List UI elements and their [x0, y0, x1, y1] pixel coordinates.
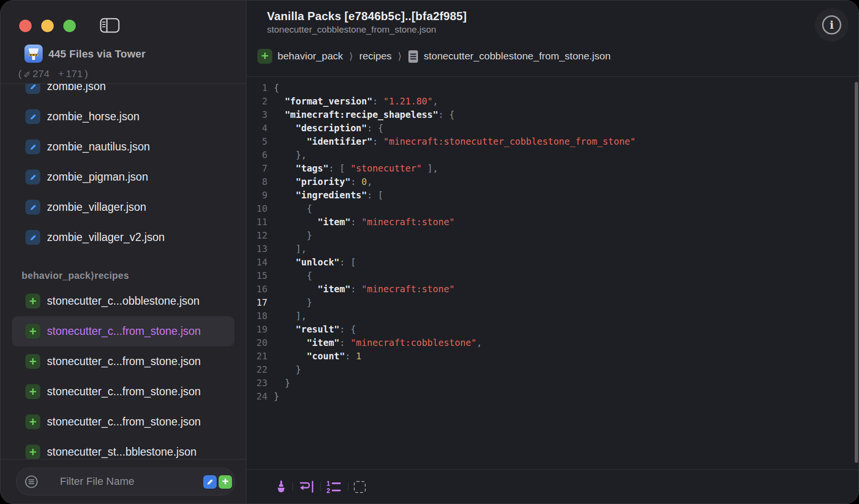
code-line: 1{ — [246, 81, 859, 94]
line-number: 3 — [246, 109, 267, 120]
file-row[interactable]: +stonecutter_c...from_stone.json — [12, 377, 234, 407]
code-text: "ingredients": [ — [274, 190, 383, 200]
line-number: 23 — [246, 378, 267, 388]
sidebar-section-header: behavior_pack⟩recipes — [0, 265, 246, 286]
breadcrumb-subfolder[interactable]: recipes — [359, 50, 392, 62]
added-plus-icon: + — [25, 294, 40, 309]
code-line: 9 "ingredients": [ — [246, 188, 859, 202]
document-icon — [408, 49, 418, 63]
added-plus-icon: + — [25, 324, 40, 339]
zoom-window-button[interactable] — [63, 20, 76, 32]
line-number: 21 — [246, 351, 267, 361]
sidebar-toggle-icon[interactable] — [100, 18, 120, 33]
file-name: zombie_nautilus.json — [47, 140, 150, 153]
file-row[interactable]: +stonecutter_c...from_stone.json — [12, 407, 234, 437]
line-number: 24 — [246, 391, 267, 401]
filter-file-name-input[interactable] — [59, 468, 198, 495]
code-line: 18 ], — [246, 309, 859, 322]
filter-icon — [24, 475, 38, 491]
info-icon: i — [822, 15, 841, 34]
plus-icon: + — [222, 476, 229, 487]
line-number: 5 — [246, 136, 267, 147]
breadcrumb-divider — [246, 76, 859, 77]
file-name: zombie_pigman.json — [47, 171, 148, 183]
file-name: stonecutter_c...from_stone.json — [47, 385, 201, 398]
code-line: 20 "item": "minecraft:cobblestone", — [246, 336, 859, 349]
line-number: 11 — [246, 217, 267, 227]
toolbar-separator — [292, 482, 293, 491]
breadcrumb-folder[interactable]: behavior_pack — [278, 50, 343, 62]
modified-count-icon: ✎ — [23, 69, 31, 79]
code-text: { — [274, 82, 279, 93]
modified-count: 274 — [33, 68, 49, 80]
added-count-icon: + — [58, 68, 64, 80]
line-numbers-icon[interactable]: 1 2 — [326, 480, 343, 494]
code-text: "tags": [ "stonecutter" ], — [274, 163, 438, 173]
file-row[interactable]: +stonecutter_st...bblestone.json — [12, 437, 234, 459]
show-modified-files-button[interactable] — [203, 475, 217, 489]
file-row[interactable]: zombie_villager_v2.json — [12, 222, 234, 252]
line-number: 4 — [246, 123, 267, 133]
line-number: 17 — [246, 297, 267, 308]
added-status-icon: + — [257, 49, 272, 64]
minimize-window-button[interactable] — [41, 20, 54, 32]
app-window: 445 Files via Tower (✎274+171) zombie.js… — [0, 0, 859, 504]
file-row[interactable]: +stonecutter_c...obblestone.json — [12, 286, 234, 316]
selection-whitespace-icon[interactable] — [354, 481, 366, 493]
vertical-scrollbar[interactable] — [855, 82, 858, 463]
code-text: "count": 1 — [274, 351, 361, 361]
code-text: } — [274, 391, 279, 401]
modified-pencil-icon — [25, 139, 40, 154]
file-row[interactable]: zombie_villager.json — [12, 192, 234, 222]
modified-pencil-icon — [25, 170, 40, 184]
line-number: 14 — [246, 257, 267, 267]
line-number: 16 — [246, 284, 267, 294]
code-text: "result": { — [274, 324, 356, 334]
file-name: zombie.json — [47, 84, 106, 93]
code-text: "unlock": [ — [274, 257, 356, 267]
file-name: stonecutter_c...from_stone.json — [47, 325, 201, 338]
code-text: } — [274, 230, 312, 241]
line-number: 6 — [246, 149, 267, 160]
file-name: stonecutter_c...from_stone.json — [47, 355, 201, 368]
syntax-highlight-paintbrush-icon[interactable] — [275, 480, 287, 494]
code-text: } — [274, 364, 301, 375]
line-number: 19 — [246, 324, 267, 334]
line-number: 12 — [246, 230, 267, 241]
code-line: 10 { — [246, 202, 859, 215]
sidebar-title: 445 Files via Tower — [48, 48, 146, 60]
code-line: 4 "description": { — [246, 121, 859, 135]
modified-pencil-icon — [25, 200, 40, 215]
close-window-button[interactable] — [19, 20, 32, 32]
file-name: stonecutter_st...bblestone.json — [47, 446, 197, 458]
svg-text:2: 2 — [326, 487, 330, 494]
file-row[interactable]: zombie_horse.json — [12, 102, 234, 132]
code-line: 2 "format_version": "1.21.80", — [246, 94, 859, 108]
code-text: ], — [274, 310, 307, 321]
file-row[interactable]: +stonecutter_c...from_stone.json — [12, 316, 234, 346]
file-name: zombie_villager.json — [47, 201, 146, 214]
file-name: stonecutter_c...from_stone.json — [47, 415, 201, 428]
code-text: } — [274, 378, 290, 388]
code-line: 16 "item": "minecraft:stone" — [246, 282, 859, 296]
section-label: behavior_pack⟩recipes — [22, 270, 129, 281]
breadcrumb-file[interactable]: stonecutter_cobblestone_from_stone.json — [424, 50, 611, 62]
file-row[interactable]: zombie_nautilus.json — [12, 132, 234, 162]
file-name: zombie_horse.json — [47, 110, 139, 123]
code-line: 3 "minecraft:recipe_shapeless": { — [246, 108, 859, 121]
code-line: 5 "identifier": "minecraft:stonecutter_c… — [246, 135, 859, 148]
added-plus-icon: + — [25, 384, 40, 399]
code-line: 24} — [246, 389, 859, 403]
code-line: 23 } — [246, 376, 859, 389]
code-line: 17 } — [246, 296, 859, 309]
info-button[interactable]: i — [815, 8, 848, 42]
show-added-files-button[interactable]: + — [219, 475, 232, 489]
file-row[interactable]: +stonecutter_c...from_stone.json — [12, 346, 234, 377]
line-number: 8 — [246, 176, 267, 187]
svg-text:1: 1 — [326, 480, 330, 487]
file-row[interactable]: zombie_pigman.json — [12, 162, 234, 192]
sidebar-footer-divider — [0, 459, 246, 459]
file-row[interactable]: zombie.json — [12, 84, 234, 102]
line-wrap-icon[interactable] — [298, 480, 315, 494]
code-text: "item": "minecraft:cobblestone", — [274, 337, 482, 348]
